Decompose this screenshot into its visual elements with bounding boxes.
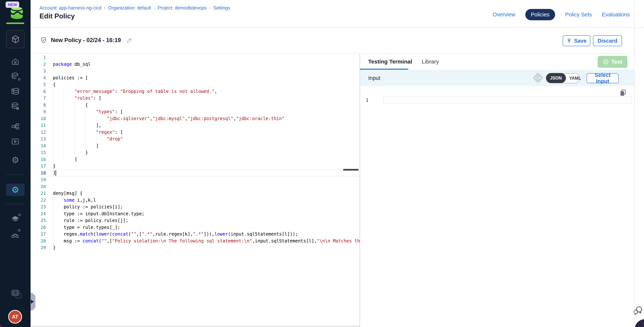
tab-testing-terminal[interactable]: Testing Terminal bbox=[368, 58, 412, 65]
line-number: 29 bbox=[30, 244, 46, 251]
gear-icon: ⚙ bbox=[11, 156, 19, 164]
page-title: Edit Policy bbox=[40, 12, 75, 20]
code-brackets-glyph: </> bbox=[535, 76, 541, 80]
current-line-highlight bbox=[46, 170, 360, 177]
breadcrumb-settings[interactable]: Settings bbox=[213, 5, 230, 10]
policy-name: New Policy - 02/24 - 16:19 bbox=[51, 37, 121, 43]
code-line: "rules": [ bbox=[53, 95, 101, 102]
tab-evaluations[interactable]: Evaluations bbox=[602, 11, 630, 18]
play-square-icon bbox=[11, 137, 20, 146]
sidebar-item-settings[interactable]: ⚙ bbox=[0, 156, 30, 164]
database-gear-icon: ⚙ bbox=[11, 72, 20, 81]
line-number: 19 bbox=[30, 176, 46, 183]
page-right-divider bbox=[634, 0, 635, 327]
code-line: policy := policies[i]; bbox=[53, 204, 123, 210]
sidebar-item-database-settings[interactable]: ⚙ bbox=[0, 72, 30, 81]
code-line: package db_sql bbox=[53, 61, 90, 68]
code-line: type := input.dbInstance.type; bbox=[53, 210, 144, 217]
sidebar-item-organization-settings[interactable]: ⚙ bbox=[0, 230, 30, 239]
avatar[interactable]: AT bbox=[8, 310, 22, 324]
database-dots-icon bbox=[11, 102, 20, 111]
code-line: some i,j,k,l bbox=[53, 197, 96, 204]
code-line: "error_message": "Dropping of table is n… bbox=[53, 88, 217, 95]
database-stack-icon bbox=[10, 87, 20, 96]
line-number: 4 bbox=[30, 74, 46, 81]
input-editor-line-number: 1 bbox=[363, 97, 371, 104]
tab-overview[interactable]: Overview bbox=[493, 11, 515, 18]
sidebar-item-database-stack[interactable] bbox=[0, 87, 30, 96]
harness-db-logo-icon[interactable] bbox=[9, 6, 24, 19]
breadcrumb-separator: › bbox=[154, 5, 155, 10]
tab-library[interactable]: Library bbox=[422, 58, 439, 65]
tab-policies-active[interactable]: Policies bbox=[525, 9, 555, 20]
sidebar-divider bbox=[6, 174, 24, 175]
code-line: } bbox=[53, 149, 88, 156]
select-input-label: Select Input bbox=[588, 72, 617, 84]
breadcrumb-account[interactable]: Account: app-harness-ng-cicd bbox=[40, 5, 101, 10]
line-number: 8 bbox=[30, 102, 46, 109]
line-number: 24 bbox=[30, 210, 46, 217]
edit-pencil-icon[interactable] bbox=[126, 37, 133, 43]
line-number: 9 bbox=[30, 108, 46, 115]
sidebar-item-layers-settings[interactable]: ⚙ bbox=[0, 215, 30, 224]
upload-arrow-icon bbox=[566, 38, 572, 43]
code-line: msg := concat("",["Policy violation:\n T… bbox=[53, 238, 360, 245]
editor-horizontal-scrollbar[interactable] bbox=[30, 325, 360, 327]
top-nav: Overview Policies Policy Sets Evaluation… bbox=[484, 9, 630, 20]
test-button[interactable]: Test bbox=[598, 56, 628, 68]
sidebar-expand-handle[interactable] bbox=[30, 293, 36, 311]
sidebar-item-executions[interactable] bbox=[0, 137, 30, 146]
code-line: ] bbox=[53, 142, 99, 149]
mini-gear-icon: ⚙ bbox=[18, 229, 21, 232]
package-cube-icon bbox=[10, 34, 20, 44]
overview-ruler-cursor-marker bbox=[343, 169, 358, 171]
sidebar-item-pipelines[interactable] bbox=[0, 122, 30, 131]
line-number: 1 bbox=[30, 54, 46, 61]
editor-panel-divider bbox=[360, 54, 360, 327]
line-number: 2 bbox=[30, 61, 46, 68]
format-toggle[interactable]: JSON YAML bbox=[546, 73, 580, 83]
play-circle-icon bbox=[603, 59, 609, 65]
test-label: Test bbox=[611, 59, 622, 65]
discard-button[interactable]: Discard bbox=[593, 35, 622, 46]
sidebar-item-home[interactable] bbox=[0, 57, 30, 66]
code-line: { bbox=[53, 102, 88, 109]
sidebar-item-help[interactable]: ? bbox=[0, 290, 30, 296]
pipeline-tree-icon bbox=[11, 122, 20, 131]
discard-label: Discard bbox=[598, 38, 617, 44]
text-cursor bbox=[56, 170, 56, 176]
code-line: } bbox=[53, 244, 56, 251]
copy-icon[interactable] bbox=[619, 89, 627, 97]
save-button[interactable]: Save bbox=[563, 35, 590, 46]
toggle-option-json-active[interactable]: JSON bbox=[546, 73, 566, 83]
policy-code-editor[interactable]: 12package db_sql34policies := [5{6 "erro… bbox=[30, 54, 360, 325]
line-number: 11 bbox=[30, 122, 46, 129]
line-number: 10 bbox=[30, 115, 46, 122]
shield-check-icon bbox=[40, 36, 47, 44]
breadcrumb-project[interactable]: Project: demodbdevops bbox=[158, 5, 207, 10]
sidebar-item-database-devops[interactable] bbox=[0, 102, 30, 111]
code-line: "jdbc:sqlserver","jdbc:mysql","jdbc:post… bbox=[53, 115, 284, 122]
toggle-option-yaml[interactable]: YAML bbox=[566, 76, 584, 81]
input-editor-current-line[interactable] bbox=[383, 96, 632, 104]
code-line: } bbox=[53, 163, 56, 170]
help-chat-icon: ? bbox=[11, 290, 19, 296]
code-line: regex.match(lower(concat("",[".*",rule.r… bbox=[53, 231, 298, 238]
tab-policy-sets[interactable]: Policy Sets bbox=[565, 11, 592, 18]
code-line: policies := [ bbox=[53, 74, 88, 81]
chat-widget-circle[interactable] bbox=[635, 319, 644, 327]
sidebar-item-module-package[interactable] bbox=[6, 30, 24, 48]
breadcrumb-organization[interactable]: Organization: default bbox=[108, 5, 151, 10]
chevron-right-icon bbox=[31, 300, 36, 304]
select-input-button[interactable]: Select Input bbox=[586, 73, 619, 83]
code-line: ] bbox=[53, 156, 77, 163]
code-line: type = rule.types[_]; bbox=[53, 224, 120, 231]
line-number: 20 bbox=[30, 183, 46, 190]
line-number: 26 bbox=[30, 224, 46, 231]
line-number: 5 bbox=[30, 81, 46, 88]
input-label: Input bbox=[368, 75, 380, 81]
line-number: 13 bbox=[30, 136, 46, 142]
code-line: "drop" bbox=[53, 136, 123, 142]
breadcrumb: Account: app-harness-ng-cicd › Organizat… bbox=[40, 5, 230, 10]
sidebar-item-project-settings-active[interactable]: ⚙ bbox=[6, 184, 24, 196]
